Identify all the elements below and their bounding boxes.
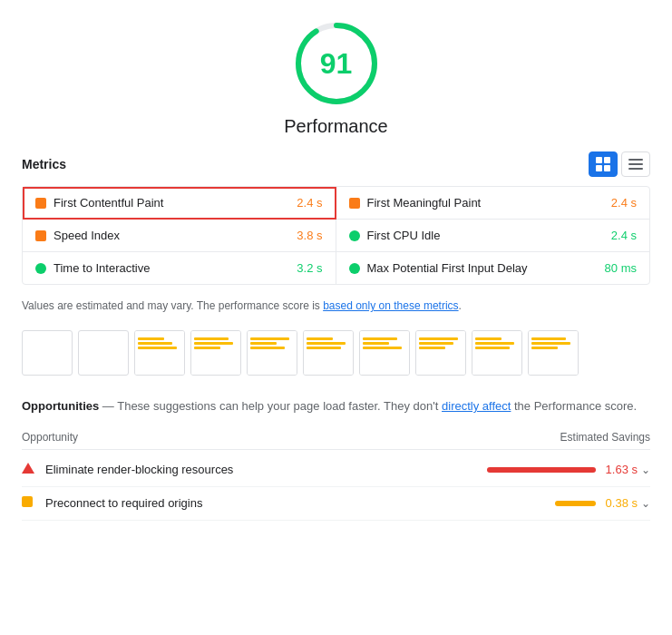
- metric-dot-orange: [35, 198, 46, 209]
- view-toggle: [589, 151, 650, 177]
- opportunities-section: Opportunities — These suggestions can he…: [22, 397, 650, 521]
- grid-icon: [596, 157, 610, 171]
- list-view-button[interactable]: [621, 151, 650, 177]
- opportunities-bold: Opportunities: [22, 399, 99, 413]
- metric-name: First Meaningful Paint: [367, 196, 604, 210]
- filmstrip-frame-9: [472, 330, 522, 376]
- performance-label: Performance: [284, 116, 388, 137]
- metric-value: 2.4 s: [611, 229, 637, 242]
- score-circle: 91: [291, 18, 382, 109]
- grid-view-button[interactable]: [589, 151, 618, 177]
- estimated-link[interactable]: based only on these metrics: [323, 299, 458, 312]
- opportunities-end: the Performance score.: [511, 399, 637, 413]
- metric-max-potential-fid: Max Potential First Input Delay 80 ms: [336, 252, 650, 284]
- metric-first-contentful-paint: First Contentful Paint 2.4 s: [23, 187, 336, 220]
- metric-dot-orange: [349, 198, 360, 209]
- metric-first-meaningful-paint: First Meaningful Paint 2.4 s: [336, 187, 650, 220]
- estimated-note: Values are estimated and may vary. The p…: [22, 298, 650, 314]
- metrics-header: Metrics: [22, 151, 650, 177]
- chevron-down-icon[interactable]: ⌄: [641, 464, 650, 476]
- metric-time-to-interactive: Time to Interactive 3.2 s: [23, 252, 336, 284]
- metric-name: Time to Interactive: [54, 261, 289, 275]
- opp-name: Preconnect to required origins: [45, 496, 555, 510]
- metric-value: 3.2 s: [297, 261, 322, 275]
- opp-value: 0.38 s: [599, 496, 638, 510]
- filmstrip-frame-2: [78, 330, 129, 376]
- metric-value: 2.4 s: [611, 196, 637, 210]
- chevron-down-icon[interactable]: ⌄: [641, 497, 650, 510]
- opportunities-header: Opportunities — These suggestions can he…: [22, 397, 650, 416]
- metric-name: Max Potential First Input Delay: [367, 261, 598, 275]
- metric-value: 80 ms: [605, 261, 637, 275]
- filmstrip-frame-8: [415, 330, 466, 376]
- opp-bar-orange: [555, 501, 596, 506]
- metric-dot-orange: [35, 230, 46, 241]
- metric-value: 2.4 s: [297, 196, 322, 210]
- metric-dot-green: [349, 230, 360, 241]
- metrics-section: Metrics First Conte: [22, 151, 650, 285]
- list-icon: [628, 159, 643, 170]
- col-opportunity: Opportunity: [22, 431, 78, 444]
- metric-value: 3.8 s: [297, 229, 322, 242]
- opp-name: Eliminate render-blocking resources: [45, 463, 487, 476]
- metric-name: First CPU Idle: [367, 229, 604, 242]
- filmstrip-frame-1: [22, 330, 73, 376]
- metrics-grid: First Contentful Paint 2.4 s First Meani…: [22, 186, 650, 285]
- metric-name: First Contentful Paint: [54, 196, 289, 210]
- opp-value: 1.63 s: [599, 463, 638, 476]
- estimated-text: Values are estimated and may vary. The p…: [22, 299, 323, 312]
- filmstrip-frame-7: [359, 330, 410, 376]
- opp-bar-red: [487, 467, 596, 473]
- filmstrip-frame-3: [134, 330, 185, 376]
- score-value: 91: [320, 47, 353, 81]
- opp-bar-container: [555, 501, 596, 506]
- filmstrip-frame-4: [190, 330, 241, 376]
- opportunities-text: — These suggestions can help your page l…: [99, 399, 442, 413]
- filmstrip-frame-6: [303, 330, 354, 376]
- metric-name: Speed Index: [54, 229, 289, 242]
- opp-table-header: Opportunity Estimated Savings: [22, 425, 650, 450]
- metric-dot-green: [35, 263, 46, 274]
- metric-dot-green: [349, 263, 360, 274]
- opp-row-render-blocking[interactable]: Eliminate render-blocking resources 1.63…: [22, 454, 650, 487]
- col-savings: Estimated Savings: [560, 431, 650, 444]
- filmstrip-frame-5: [247, 330, 297, 376]
- score-section: 91 Performance: [22, 18, 650, 137]
- filmstrip-frame-10: [528, 330, 579, 376]
- metric-first-cpu-idle: First CPU Idle 2.4 s: [336, 220, 650, 252]
- metrics-title: Metrics: [22, 157, 66, 171]
- square-warning-icon: [22, 496, 36, 511]
- opportunities-link[interactable]: directly affect: [442, 399, 511, 413]
- filmstrip: [22, 327, 650, 379]
- estimated-end: .: [459, 299, 462, 312]
- opp-row-preconnect[interactable]: Preconnect to required origins 0.38 s ⌄: [22, 487, 650, 521]
- triangle-warning-icon: [22, 463, 36, 477]
- opp-bar-container: [487, 467, 596, 473]
- metric-speed-index: Speed Index 3.8 s: [23, 220, 336, 252]
